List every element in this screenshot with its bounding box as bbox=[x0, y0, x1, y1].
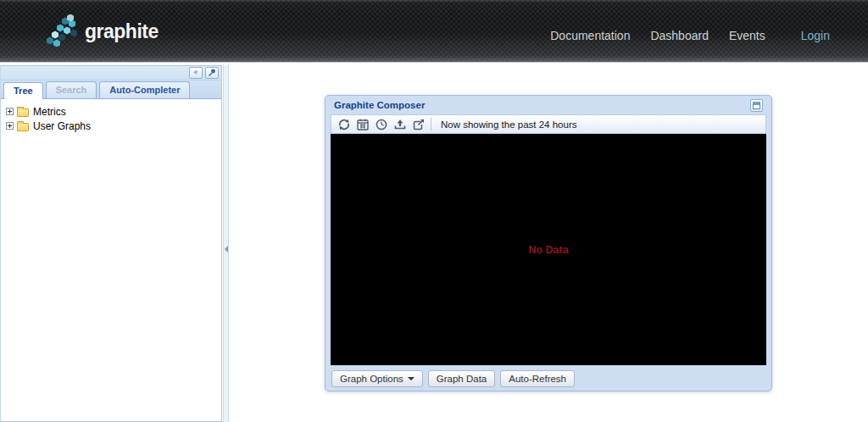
tab-search[interactable]: Search bbox=[46, 81, 97, 98]
maximize-button[interactable] bbox=[750, 99, 763, 112]
collapse-icon: « bbox=[193, 68, 198, 76]
dropdown-caret-icon bbox=[408, 377, 415, 380]
tab-auto-completer[interactable]: Auto-Completer bbox=[99, 81, 190, 98]
nav-login[interactable]: Login bbox=[801, 29, 830, 42]
graphite-logo: graphite bbox=[42, 14, 159, 48]
graphite-composer-window: Graphite Composer bbox=[325, 95, 772, 391]
app-header: graphite Documentation Dashboard Events … bbox=[0, 0, 868, 63]
pin-icon bbox=[206, 68, 218, 78]
logo-wordmark: graphite bbox=[85, 20, 159, 43]
nav-documentation[interactable]: Documentation bbox=[550, 29, 630, 42]
composer-toolbar: Now showing the past 24 hours bbox=[331, 114, 766, 134]
graph-options-button[interactable]: Graph Options bbox=[331, 370, 423, 387]
graphite-logo-icon bbox=[42, 14, 81, 48]
no-data-message: No Data bbox=[528, 244, 568, 256]
tab-tree[interactable]: Tree bbox=[3, 82, 43, 99]
clock-icon bbox=[375, 118, 388, 131]
pin-panel-button[interactable] bbox=[205, 67, 219, 79]
calendar-icon bbox=[356, 118, 370, 131]
date-range-button[interactable] bbox=[353, 116, 372, 132]
page: graphite Documentation Dashboard Events … bbox=[0, 0, 868, 422]
header-nav: Documentation Dashboard Events Login bbox=[530, 29, 830, 42]
collapse-panel-button[interactable]: « bbox=[189, 67, 203, 79]
composer-footer: Graph Options Graph Data Auto-Refresh bbox=[326, 365, 771, 391]
time-range-status: Now showing the past 24 hours bbox=[441, 119, 576, 130]
auto-refresh-button[interactable]: Auto-Refresh bbox=[500, 370, 575, 387]
tree-node-metrics[interactable]: Metrics bbox=[4, 104, 221, 119]
graph-canvas[interactable]: No Data bbox=[331, 134, 766, 365]
share-button[interactable] bbox=[409, 116, 428, 132]
sidebar-tabbar: Tree Search Auto-Completer bbox=[1, 81, 221, 99]
nav-dashboard[interactable]: Dashboard bbox=[650, 29, 709, 42]
metrics-sidebar: « Tree Search Auto-Completer Metrics bbox=[0, 65, 222, 422]
upload-icon bbox=[393, 118, 407, 131]
tree-node-label: Metrics bbox=[33, 106, 66, 118]
metrics-tree: Metrics User Graphs bbox=[1, 99, 221, 133]
folder-icon bbox=[17, 123, 29, 131]
save-button[interactable] bbox=[391, 116, 409, 132]
folder-icon bbox=[17, 108, 29, 117]
auto-refresh-label: Auto-Refresh bbox=[509, 374, 566, 384]
recent-time-button[interactable] bbox=[372, 116, 391, 132]
refresh-icon bbox=[337, 118, 351, 131]
window-title: Graphite Composer bbox=[334, 97, 425, 114]
expand-plus-icon[interactable] bbox=[6, 108, 14, 115]
sidebar-splitter[interactable] bbox=[223, 65, 229, 422]
sidebar-toolbar: « bbox=[1, 66, 221, 81]
graph-data-button[interactable]: Graph Data bbox=[428, 370, 495, 387]
splitter-grip-icon[interactable] bbox=[225, 246, 228, 253]
share-icon bbox=[412, 118, 426, 131]
expand-plus-icon[interactable] bbox=[6, 122, 14, 130]
nav-events[interactable]: Events bbox=[729, 29, 765, 42]
toolbar-separator bbox=[431, 118, 431, 130]
tree-node-label: User Graphs bbox=[33, 120, 91, 132]
window-titlebar: Graphite Composer bbox=[326, 96, 771, 114]
graph-data-label: Graph Data bbox=[437, 374, 487, 384]
refresh-button[interactable] bbox=[335, 116, 353, 132]
graph-options-label: Graph Options bbox=[340, 374, 403, 384]
tree-node-user-graphs[interactable]: User Graphs bbox=[4, 119, 221, 133]
